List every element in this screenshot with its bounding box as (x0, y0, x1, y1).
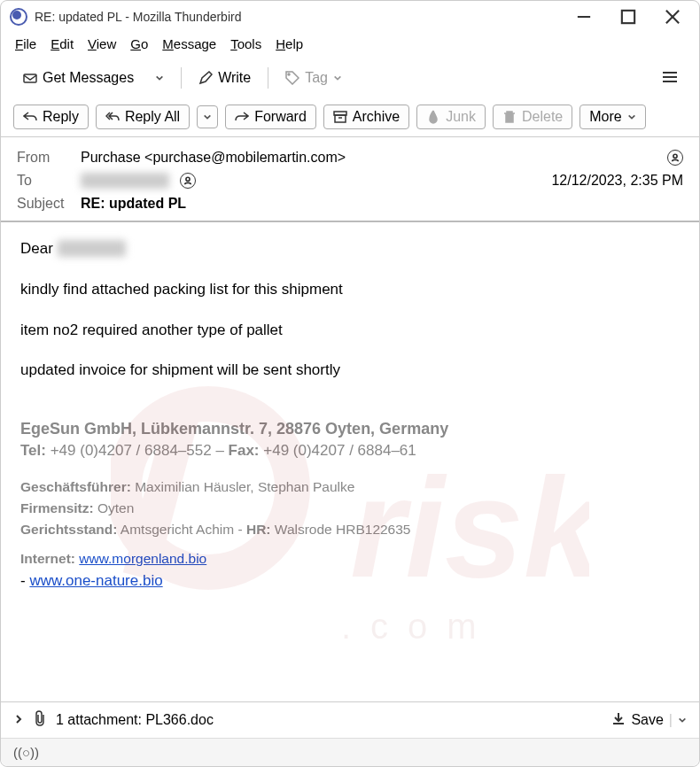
reply-icon (23, 110, 37, 124)
message-date: 12/12/2023, 2:35 PM (551, 173, 683, 189)
to-value-redacted: xxxxx (81, 173, 169, 189)
status-activity-icon: ((○)) (13, 745, 39, 760)
app-menu-button[interactable] (653, 66, 687, 91)
contact-icon[interactable] (180, 173, 196, 189)
write-label: Write (218, 70, 251, 86)
body-p1: kindly find attached packing list for th… (20, 279, 680, 300)
maximize-button[interactable] (619, 8, 637, 26)
reply-all-dropdown[interactable] (197, 105, 218, 128)
forward-button[interactable]: Forward (225, 105, 316, 129)
separator (268, 67, 268, 89)
menu-tools[interactable]: Tools (230, 36, 261, 51)
menu-view[interactable]: View (88, 36, 116, 51)
reply-all-label: Reply All (125, 109, 180, 125)
sig-gs-label: Gerichtsstand: (20, 522, 117, 537)
sig-hr-label: HR: (246, 522, 271, 537)
sig-fax-label: Fax: (229, 442, 260, 459)
thunderbird-app-icon (10, 8, 27, 26)
sig-link2[interactable]: www.one-nature.bio (29, 572, 162, 589)
svg-point-13 (186, 177, 190, 181)
svg-point-12 (673, 154, 677, 158)
tag-button[interactable]: Tag (276, 64, 352, 92)
archive-icon (333, 110, 347, 124)
attachment-text[interactable]: 1 attachment: PL366.doc (56, 712, 214, 728)
forward-label: Forward (254, 109, 307, 125)
signature-company: EgeSun GmbH, Lübkemannstr. 7, 28876 Oyte… (20, 418, 680, 440)
trash-icon (502, 110, 517, 124)
menu-message[interactable]: Message (162, 36, 216, 51)
greeting-name-redacted: xx (58, 240, 126, 257)
subject-value: RE: updated PL (81, 196, 186, 212)
svg-text:.com: .com (341, 607, 496, 646)
junk-button[interactable]: Junk (416, 105, 486, 129)
window-title: RE: updated PL - Mozilla Thunderbird (35, 10, 575, 24)
download-icon (611, 711, 626, 729)
reply-label: Reply (43, 109, 79, 125)
archive-button[interactable]: Archive (323, 105, 409, 129)
body-p2: item no2 required another type of pallet (20, 320, 680, 341)
sig-fs-label: Firmensitz: (20, 500, 94, 515)
junk-label: Junk (446, 109, 476, 125)
expand-attachments-button[interactable] (13, 712, 24, 728)
sig-tel: +49 (0)4207 / 6884–552 – (46, 442, 229, 459)
archive-label: Archive (353, 109, 400, 125)
greeting: Dear (20, 240, 53, 257)
reply-all-icon (105, 110, 120, 124)
from-value[interactable]: Purchase <purchase@mobilemartin.com> (81, 150, 657, 166)
sig-gs: Amtsgericht Achim - (117, 522, 246, 537)
tag-label: Tag (305, 70, 328, 86)
more-button[interactable]: More (579, 105, 645, 129)
sig-gf: Maximilian Häusler, Stephan Paulke (131, 479, 354, 494)
subject-label: Subject (17, 196, 72, 212)
svg-rect-10 (335, 115, 346, 122)
minimize-button[interactable] (575, 8, 593, 26)
get-messages-dropdown[interactable] (145, 64, 174, 92)
menu-help[interactable]: Help (276, 36, 303, 51)
body-p3: updated invoice for shipment will be sen… (20, 360, 680, 381)
reply-button[interactable]: Reply (13, 105, 89, 129)
paperclip-icon (33, 709, 47, 731)
save-dropdown[interactable] (678, 712, 687, 728)
contact-icon[interactable] (667, 150, 683, 166)
forward-icon (235, 110, 249, 124)
write-button[interactable]: Write (189, 64, 261, 92)
to-label: To (17, 173, 72, 189)
sig-fs: Oyten (94, 500, 135, 515)
close-button[interactable] (664, 8, 681, 26)
get-messages-button[interactable]: Get Messages (13, 64, 144, 92)
separator (181, 67, 182, 89)
get-messages-label: Get Messages (43, 70, 134, 86)
save-button[interactable]: Save (631, 712, 663, 728)
get-messages-icon (23, 71, 37, 85)
sig-fax: +49 (0)4207 / 6884–61 (260, 442, 416, 459)
email-body: risk .com Dear xx kindly find attached p… (1, 222, 699, 608)
sig-gf-label: Geschäftsführer: (20, 479, 131, 494)
sig-link1[interactable]: www.morgenland.bio (79, 551, 206, 566)
pencil-icon (198, 71, 213, 85)
menu-file[interactable]: File (15, 36, 36, 51)
svg-rect-4 (24, 74, 36, 82)
flame-icon (426, 110, 440, 124)
delete-label: Delete (522, 109, 563, 125)
sig-tel-label: Tel: (20, 442, 46, 459)
reply-all-button[interactable]: Reply All (96, 105, 190, 129)
svg-rect-1 (622, 11, 634, 23)
sig-dash: - (20, 572, 29, 589)
tag-icon (285, 71, 299, 85)
menu-go[interactable]: Go (130, 36, 148, 51)
delete-button[interactable]: Delete (493, 105, 572, 129)
sig-internet-label: Internet: (20, 551, 75, 566)
menu-edit[interactable]: Edit (51, 36, 74, 51)
svg-point-5 (288, 74, 290, 75)
sig-hr: Walsrode HRB122635 (271, 522, 411, 537)
from-label: From (17, 150, 72, 166)
more-label: More (589, 109, 621, 125)
